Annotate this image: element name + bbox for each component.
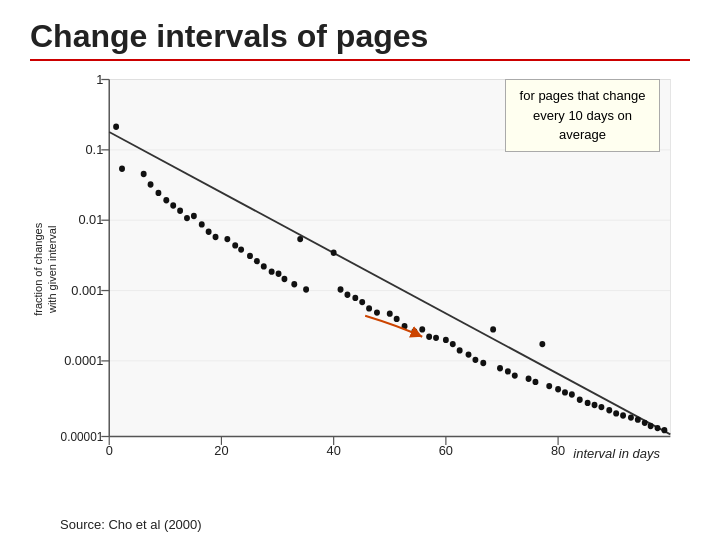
svg-point-36 (155, 190, 161, 196)
svg-point-95 (628, 414, 634, 420)
annotation-text: for pages that change every 10 days on a… (520, 88, 646, 142)
svg-point-54 (291, 281, 297, 287)
svg-point-79 (505, 368, 511, 374)
y-axis-label: fraction of changeswith given interval (31, 209, 60, 329)
svg-point-78 (497, 365, 503, 371)
y-axis-label-container: fraction of changeswith given interval (30, 79, 60, 459)
svg-point-69 (426, 334, 432, 340)
svg-point-47 (238, 246, 244, 252)
svg-point-56 (303, 286, 309, 292)
svg-point-72 (450, 341, 456, 347)
svg-point-88 (577, 397, 583, 403)
svg-point-97 (642, 420, 648, 426)
svg-point-62 (366, 305, 372, 311)
svg-point-87 (569, 391, 575, 397)
svg-point-52 (276, 271, 282, 277)
chart-area: fraction of changeswith given interval f… (30, 69, 690, 489)
svg-point-45 (224, 236, 230, 242)
svg-point-68 (419, 326, 425, 332)
svg-point-86 (562, 389, 568, 395)
svg-point-61 (359, 299, 365, 305)
svg-point-84 (546, 383, 552, 389)
svg-point-44 (213, 234, 219, 240)
svg-point-75 (472, 357, 478, 363)
svg-point-50 (261, 263, 267, 269)
svg-point-35 (148, 181, 154, 187)
svg-point-85 (555, 386, 561, 392)
svg-point-37 (163, 197, 169, 203)
svg-point-51 (269, 269, 275, 275)
svg-point-99 (655, 425, 661, 431)
svg-point-82 (533, 379, 539, 385)
svg-point-49 (254, 258, 260, 264)
svg-point-59 (344, 292, 350, 298)
chart-inner: for pages that change every 10 days on a… (60, 69, 690, 489)
svg-text:40: 40 (327, 443, 341, 458)
svg-point-33 (119, 166, 125, 172)
svg-point-73 (457, 347, 463, 353)
svg-point-64 (387, 311, 393, 317)
svg-point-98 (648, 423, 654, 429)
svg-point-42 (199, 221, 205, 227)
svg-point-81 (526, 376, 532, 382)
svg-point-91 (598, 404, 604, 410)
svg-point-76 (480, 360, 486, 366)
svg-point-65 (394, 316, 400, 322)
svg-point-38 (170, 202, 176, 208)
svg-point-96 (635, 417, 641, 423)
svg-point-77 (490, 326, 496, 332)
svg-text:0.1: 0.1 (86, 142, 104, 157)
svg-point-90 (592, 402, 598, 408)
svg-text:0: 0 (106, 443, 113, 458)
svg-point-71 (443, 337, 449, 343)
svg-point-70 (433, 335, 439, 341)
svg-point-53 (281, 276, 287, 282)
svg-point-89 (585, 400, 591, 406)
svg-text:20: 20 (214, 443, 228, 458)
svg-point-80 (512, 372, 518, 378)
svg-point-43 (206, 229, 212, 235)
svg-text:0.01: 0.01 (78, 212, 103, 227)
svg-text:60: 60 (439, 443, 453, 458)
svg-text:0.001: 0.001 (71, 282, 103, 297)
svg-point-41 (191, 213, 197, 219)
page-title: Change intervals of pages (30, 18, 690, 61)
svg-point-92 (606, 407, 612, 413)
svg-point-93 (613, 410, 619, 416)
svg-text:80: 80 (551, 443, 565, 458)
svg-point-48 (247, 253, 253, 259)
svg-point-46 (232, 242, 238, 248)
annotation-box: for pages that change every 10 days on a… (505, 79, 660, 152)
svg-point-40 (184, 215, 190, 221)
svg-point-83 (539, 341, 545, 347)
x-axis-label: interval in days (573, 446, 660, 461)
slide: Change intervals of pages fraction of ch… (0, 0, 720, 540)
svg-point-100 (661, 427, 667, 433)
svg-point-57 (331, 250, 337, 256)
svg-point-34 (141, 171, 147, 177)
svg-point-94 (620, 412, 626, 418)
svg-text:0.0001: 0.0001 (64, 353, 103, 368)
svg-point-58 (338, 286, 344, 292)
svg-point-55 (297, 236, 303, 242)
svg-point-32 (113, 124, 119, 130)
svg-point-74 (466, 351, 472, 357)
source-label: Source: Cho et al (2000) (60, 517, 202, 532)
svg-point-60 (352, 295, 358, 301)
svg-point-63 (374, 309, 380, 315)
svg-point-39 (177, 208, 183, 214)
svg-text:0.00001: 0.00001 (61, 429, 104, 443)
